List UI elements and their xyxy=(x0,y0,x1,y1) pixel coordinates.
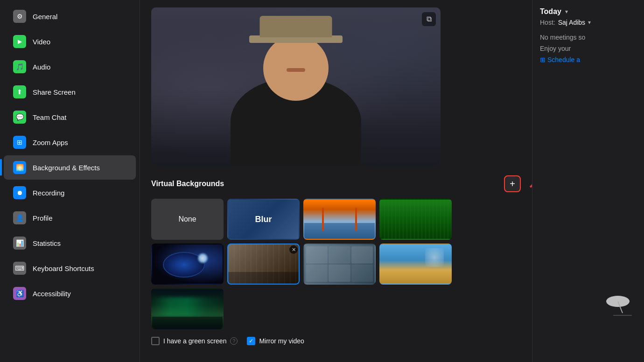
none-label: None xyxy=(178,215,196,223)
right-panel-inner: Today ▾ Host: Saj Adibs ▾ No meetings so… xyxy=(540,7,637,355)
zoom-apps-icon: ⊞ xyxy=(13,136,26,149)
bg-office[interactable]: ✕ modern-office-blurred-background-large… xyxy=(227,244,300,285)
today-header: Today ▾ xyxy=(540,7,637,16)
sidebar-item-keyboard-shortcuts[interactable]: ⌨ Keyboard Shortcuts xyxy=(4,256,136,280)
office-tooltip: modern-office-blurred-background-large-c… xyxy=(227,284,300,285)
sidebar-item-accessibility[interactable]: ♿ Accessibility xyxy=(4,281,136,306)
sidebar-label-recording: Recording xyxy=(33,189,64,197)
sidebar-label-zoom-apps: Zoom Apps xyxy=(33,139,68,146)
sidebar-label-accessibility: Accessibility xyxy=(33,290,71,298)
green-screen-checkbox[interactable] xyxy=(151,337,160,345)
share-screen-icon: ⬆ xyxy=(13,85,26,98)
copy-video-button[interactable]: ⧉ xyxy=(422,12,436,26)
add-bg-area: + xyxy=(504,175,521,192)
sidebar-item-audio[interactable]: 🎵 Audio xyxy=(4,55,136,79)
umbrella-svg xyxy=(595,287,632,325)
add-background-button[interactable]: + xyxy=(504,175,521,192)
sidebar-label-keyboard-shortcuts: Keyboard Shortcuts xyxy=(33,265,94,272)
keyboard-shortcuts-icon: ⌨ xyxy=(13,262,26,275)
sidebar-item-statistics[interactable]: 📊 Statistics xyxy=(4,231,136,255)
right-panel: Today ▾ Host: Saj Adibs ▾ No meetings so… xyxy=(532,0,644,362)
profile-icon: 👤 xyxy=(13,211,26,224)
bg-row-3 xyxy=(151,288,521,329)
host-name: Saj Adibs xyxy=(558,19,585,26)
team-chat-icon: 💬 xyxy=(13,111,26,124)
bg-row-1: None Blur xyxy=(151,199,521,240)
sidebar-label-background-effects: Background & Effects xyxy=(33,164,100,172)
sidebar-item-video[interactable]: ▶ Video xyxy=(4,29,136,54)
delete-office-bg[interactable]: ✕ xyxy=(289,245,298,254)
sidebar-label-general: General xyxy=(33,13,57,21)
sidebar-label-video: Video xyxy=(33,38,50,46)
sidebar-label-audio: Audio xyxy=(33,63,50,71)
bg-none[interactable]: None xyxy=(151,199,224,240)
sidebar: ⚙ General ▶ Video 🎵 Audio ⬆ Share Screen… xyxy=(0,0,140,362)
mirror-video-label: Mirror my video xyxy=(259,337,304,345)
backgrounds-grid: None Blur xyxy=(151,199,521,329)
section-header: Virtual Backgrounds + xyxy=(151,175,521,192)
enjoy-text: Enjoy your xyxy=(540,45,637,52)
host-row: Host: Saj Adibs ▾ xyxy=(540,19,637,26)
mirror-video-checkbox[interactable]: ✓ xyxy=(247,337,255,345)
beach-umbrella-decoration xyxy=(595,287,632,327)
sidebar-label-team-chat: Team Chat xyxy=(33,113,67,121)
green-screen-help[interactable]: ? xyxy=(230,337,238,345)
audio-icon: 🎵 xyxy=(13,60,26,73)
bg-beach[interactable] xyxy=(379,244,452,285)
blur-label: Blur xyxy=(255,215,272,224)
section-title: Virtual Backgrounds xyxy=(151,180,224,188)
bg-grass[interactable] xyxy=(379,199,452,240)
sidebar-item-profile[interactable]: 👤 Profile xyxy=(4,206,136,230)
video-icon: ▶ xyxy=(13,35,26,48)
background-section: Virtual Backgrounds + xyxy=(151,175,521,345)
bg-row-2: ✕ modern-office-blurred-background-large… xyxy=(151,244,521,285)
schedule-link[interactable]: ⊞ Schedule a xyxy=(540,56,637,63)
host-dropdown-arrow[interactable]: ▾ xyxy=(588,19,591,26)
host-prefix: Host: xyxy=(540,19,555,26)
bottom-controls: I have a green screen ? ✓ Mirror my vide… xyxy=(151,337,521,345)
no-meetings-text: No meetings so xyxy=(540,34,637,41)
today-label: Today xyxy=(540,7,561,16)
sidebar-item-team-chat[interactable]: 💬 Team Chat xyxy=(4,105,136,129)
statistics-icon: 📊 xyxy=(13,237,26,250)
bg-golden-gate[interactable] xyxy=(303,199,376,240)
accessibility-icon: ♿ xyxy=(13,287,26,300)
recording-icon: ⏺ xyxy=(13,186,26,199)
general-icon: ⚙ xyxy=(13,10,26,23)
sidebar-label-statistics: Statistics xyxy=(33,239,61,247)
mirror-video-group: ✓ Mirror my video xyxy=(247,337,304,345)
sidebar-label-share-screen: Share Screen xyxy=(33,88,76,96)
person-preview xyxy=(151,7,441,166)
red-arrow xyxy=(521,171,532,208)
background-effects-icon: 🌅 xyxy=(13,161,26,174)
person-hat-top xyxy=(260,16,332,37)
sidebar-item-zoom-apps[interactable]: ⊞ Zoom Apps xyxy=(4,130,136,154)
sidebar-item-background-effects[interactable]: 🌅 Background & Effects xyxy=(4,155,136,180)
main-content: ⧉ Virtual Backgrounds + xyxy=(140,0,532,362)
bg-space[interactable] xyxy=(151,244,224,285)
sidebar-item-general[interactable]: ⚙ General xyxy=(4,4,136,28)
bg-coworking[interactable] xyxy=(303,244,376,285)
today-dropdown-arrow[interactable]: ▾ xyxy=(565,8,568,15)
green-screen-group: I have a green screen ? xyxy=(151,337,238,345)
sidebar-label-profile: Profile xyxy=(33,214,53,222)
bg-aurora[interactable] xyxy=(151,288,224,329)
green-screen-label: I have a green screen xyxy=(163,337,226,345)
person-mouth xyxy=(287,68,305,72)
plus-icon: + xyxy=(510,179,515,189)
schedule-icon: ⊞ xyxy=(540,56,546,63)
sidebar-item-recording[interactable]: ⏺ Recording xyxy=(4,181,136,205)
sidebar-item-share-screen[interactable]: ⬆ Share Screen xyxy=(4,80,136,104)
bg-blur[interactable]: Blur xyxy=(227,199,300,240)
video-preview: ⧉ xyxy=(151,7,441,166)
